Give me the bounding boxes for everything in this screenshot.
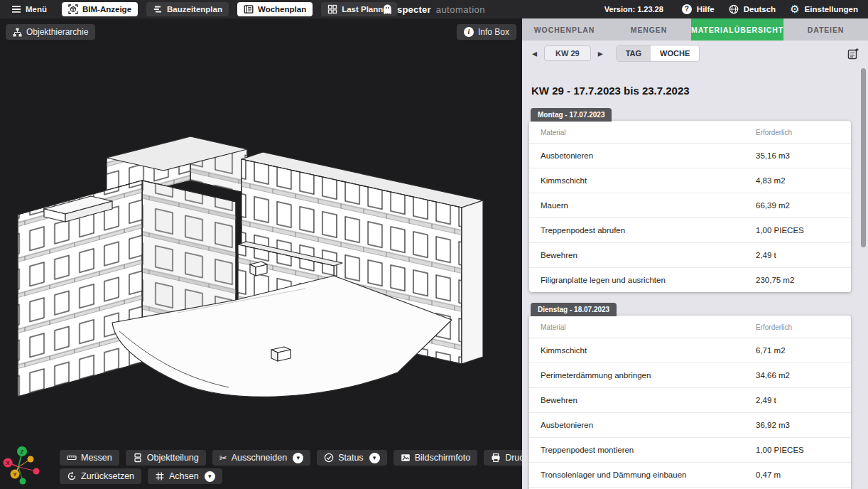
nav-button-label: BIM-Anzeige xyxy=(82,5,131,14)
printer-icon xyxy=(491,453,501,463)
material-row[interactable]: Treppenpodest abrufen1,00 PIECES xyxy=(529,218,851,243)
chevron-down-icon[interactable]: ▾ xyxy=(369,453,380,463)
brand-logo: specter automation xyxy=(383,4,485,15)
material-name: Kimmschicht xyxy=(529,338,744,363)
day-material-card: Material Erforderlich Kimmschicht6,71 m2… xyxy=(529,316,851,489)
svg-text:X: X xyxy=(6,460,10,466)
grid-icon xyxy=(327,4,337,14)
week-selector[interactable]: KW 29 xyxy=(544,45,591,61)
tool-ausschneiden[interactable]: ✂Ausschneiden▾ xyxy=(212,450,310,466)
tool-achsen[interactable]: Achsen▾ xyxy=(148,468,222,484)
material-row[interactable]: Ausbetonieren36,92 m3 xyxy=(529,413,851,438)
grid-icon xyxy=(327,4,337,14)
status-check-icon xyxy=(324,453,334,463)
next-week-button[interactable]: ▸ xyxy=(597,47,604,60)
material-row[interactable]: Perimeterdämmung anbringen34,66 m2 xyxy=(529,363,851,388)
day-badge: Dienstag - 18.07.2023 xyxy=(531,303,617,316)
axis-gizmo[interactable]: Z X Y xyxy=(1,442,44,488)
printer-icon xyxy=(491,453,501,463)
material-name: Treppenpodest abrufen xyxy=(529,218,744,243)
info-box-button[interactable]: i Info Box xyxy=(457,24,516,40)
material-row[interactable]: Kimmschicht4,83 m2 xyxy=(529,168,851,193)
material-quantity: 0,47 m xyxy=(744,463,851,488)
tool-label: Objektteilung xyxy=(147,453,199,463)
bim-viewport: Objekthierarchie i Info Box MessenObjekt… xyxy=(0,18,522,489)
svg-text:Z: Z xyxy=(21,448,24,455)
material-quantity: 1,00 PIECES xyxy=(744,438,851,463)
topbar-item-hilfe[interactable]: ?Hilfe xyxy=(682,4,715,14)
nav-button-bim-anzeige[interactable]: BIM-Anzeige xyxy=(62,2,138,16)
bim-view-icon xyxy=(68,4,78,14)
tool-bildschirmfoto[interactable]: Bildschirmfoto xyxy=(394,450,478,466)
tool-zur-cksetzen[interactable]: Zurücksetzen xyxy=(60,468,141,484)
tool-objektteilung[interactable]: Objektteilung xyxy=(126,450,206,466)
tool-druckvorschau[interactable]: Druckvorschau▾ xyxy=(484,450,522,466)
axis-neg-z-handle xyxy=(20,478,26,485)
nav-button-wochenplan[interactable]: Wochenplan xyxy=(237,2,313,16)
ruler-icon xyxy=(67,453,77,463)
tab-materialübersicht[interactable]: MATERIALÜBERSICHT xyxy=(691,18,783,41)
version-label: Version: 1.23.28 xyxy=(604,5,663,14)
viewer-toolbar-row-1: MessenObjektteilung✂Ausschneiden▾Status▾… xyxy=(60,450,522,466)
material-quantity: 2,49 t xyxy=(744,388,851,413)
topbar-item-label: Deutsch xyxy=(744,5,776,14)
weekplan-icon xyxy=(244,4,254,14)
tool-status[interactable]: Status▾ xyxy=(317,450,386,466)
material-row[interactable]: Ausbetonieren35,16 m3 xyxy=(529,144,851,168)
side-panel: WOCHENPLANMENGENMATERIALÜBERSICHTDATEIEN… xyxy=(522,18,868,489)
main-nav: MenüBIM-AnzeigeBauzeitenplanWochenplanLa… xyxy=(10,2,397,16)
model-canvas[interactable] xyxy=(0,18,522,489)
material-quantity: 35,16 m3 xyxy=(744,144,851,168)
material-row[interactable]: Filigranplatte legen und ausrichten230,7… xyxy=(529,268,851,293)
add-note-button[interactable] xyxy=(847,48,859,60)
material-row[interactable]: Mauern66,39 m2 xyxy=(529,193,851,218)
axis-neg-y-handle xyxy=(28,456,34,463)
chevron-down-icon[interactable]: ▾ xyxy=(293,453,303,463)
tool-label: Messen xyxy=(81,453,112,463)
material-quantity: 2,49 t xyxy=(744,243,851,268)
panel-scrollbar[interactable] xyxy=(861,68,866,247)
gear-icon: ⚙ xyxy=(790,3,799,16)
material-name: Tronsolenlager und Dämmung einbauen xyxy=(529,463,744,488)
tab-dateien[interactable]: DATEIEN xyxy=(783,18,868,41)
topbar-item-einstellungen[interactable]: ⚙Einstellungen xyxy=(790,3,858,16)
axes-icon xyxy=(155,471,165,481)
reset-icon xyxy=(67,471,77,481)
ghost-icon xyxy=(383,4,392,15)
scissors-icon: ✂ xyxy=(219,453,227,463)
weekplan-icon xyxy=(244,4,254,14)
material-table: Material Erforderlich Ausbetonieren35,16… xyxy=(529,121,851,292)
material-row[interactable]: Bewehren2,49 t xyxy=(529,388,851,413)
material-row[interactable]: Bewehren2,49 t xyxy=(529,243,851,268)
toggle-option-tag[interactable]: TAG xyxy=(617,45,651,61)
chevron-down-icon[interactable]: ▾ xyxy=(205,471,215,482)
reset-icon xyxy=(67,471,77,481)
tab-mengen[interactable]: MENGEN xyxy=(607,18,691,41)
prev-week-button[interactable]: ◂ xyxy=(531,47,538,60)
axis-neg-x-handle xyxy=(33,468,40,475)
material-row[interactable]: Treppenpodest montieren1,00 PIECES xyxy=(529,438,851,463)
help-icon: ? xyxy=(682,4,692,14)
toggle-option-woche[interactable]: WOCHE xyxy=(651,45,699,61)
topbar-item-deutsch[interactable]: Deutsch xyxy=(729,4,776,14)
screenshot-icon xyxy=(401,453,411,463)
column-header-required: Erforderlich xyxy=(744,316,851,338)
viewer-toolbar-row-2: ZurücksetzenAchsen▾ xyxy=(60,468,222,484)
svg-text:Y: Y xyxy=(13,471,17,478)
tool-messen[interactable]: Messen xyxy=(60,450,119,466)
info-box-label: Info Box xyxy=(478,27,509,37)
nav-button-men-[interactable]: Menü xyxy=(10,2,53,16)
material-name: Treppenpodest montieren xyxy=(529,438,744,463)
brand-suffix: automation xyxy=(436,4,485,15)
column-header-required: Erforderlich xyxy=(744,121,851,144)
tab-wochenplan[interactable]: WOCHENPLAN xyxy=(522,18,607,41)
nav-button-bauzeitenplan[interactable]: Bauzeitenplan xyxy=(146,2,229,16)
material-quantity: 4,83 m2 xyxy=(744,168,851,193)
material-quantity: 34,66 m2 xyxy=(744,363,851,388)
object-hierarchy-button[interactable]: Objekthierarchie xyxy=(6,24,95,40)
material-row[interactable]: Kimmschicht6,71 m2 xyxy=(529,338,851,363)
bim-view-icon xyxy=(68,4,78,14)
material-name: Bewehren xyxy=(529,243,744,268)
tool-label: Status xyxy=(338,453,363,463)
material-row[interactable]: Tronsolenlager und Dämmung einbauen0,47 … xyxy=(529,463,851,488)
